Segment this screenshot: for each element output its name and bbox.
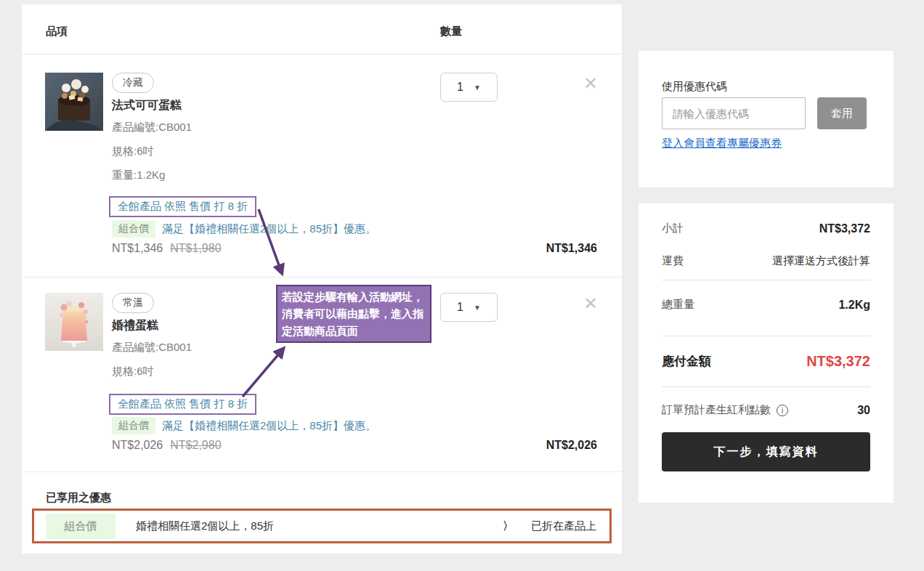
shipping-value: 選擇運送方式後計算 <box>772 254 870 268</box>
chevron-down-icon: ▼ <box>474 304 481 312</box>
applied-promo-text: 婚禮相關任選2個以上，85折 <box>136 519 274 533</box>
divider <box>662 280 870 280</box>
sale-price: NT$2,026 <box>112 439 163 451</box>
product-spec: 規格:6吋 <box>112 145 154 158</box>
tutorial-annotation-callout: 若設定步驟有輸入活動網址，消費者可以藉由點擊，進入指定活動商品頁面 <box>276 285 431 343</box>
coupon-code-input[interactable] <box>662 97 806 129</box>
quantity-select[interactable]: 1 ▼ <box>440 293 498 322</box>
divider <box>662 386 870 387</box>
apply-coupon-button[interactable]: 套用 <box>817 97 867 129</box>
reward-points-value: 30 <box>857 404 870 417</box>
quantity-value: 1 <box>457 301 463 314</box>
applied-promo-row[interactable]: 組合價 婚禮相關任選2個以上，85折 〉 已折在產品上 <box>32 509 612 543</box>
coupon-card: 使用優惠代碼 套用 登入會員查看專屬優惠券 <box>639 51 893 187</box>
chocolate-cake-illustration <box>45 73 103 131</box>
wedding-cake-illustration <box>45 293 103 351</box>
next-step-button[interactable]: 下一步，填寫資料 <box>662 432 870 471</box>
applied-promo-status: 已折在產品上 <box>531 519 596 533</box>
member-coupons-link[interactable]: 登入會員查看專屬優惠券 <box>662 137 782 150</box>
divider <box>22 277 622 278</box>
product-name[interactable]: 法式可可蛋糕 <box>112 98 182 113</box>
order-summary-card: 小計 NT$3,372 運費 選擇運送方式後計算 總重量 1.2Kg 應付金額 … <box>639 203 893 503</box>
remove-item-icon[interactable]: ✕ <box>583 295 598 312</box>
original-price: NT$2,980 <box>170 439 221 451</box>
campaign-discount-link[interactable]: 全館產品 依照 售價 打 8 折 <box>109 196 256 217</box>
total-weight-label: 總重量 <box>662 298 694 312</box>
applied-promos-title: 已享用之優惠 <box>46 491 111 505</box>
original-price: NT$1,980 <box>170 242 221 254</box>
bundle-price-badge: 組合價 <box>112 220 155 238</box>
quantity-value: 1 <box>457 81 463 94</box>
divider <box>22 471 622 472</box>
product-weight: 重量:1.2Kg <box>112 169 165 182</box>
cart-card: 品項 數量 <box>22 4 622 554</box>
product-sku: 產品編號:CB001 <box>112 341 192 355</box>
reward-points-label: 訂單預計產生紅利點數 <box>662 403 771 417</box>
subtotal-value: NT$3,372 <box>819 222 870 235</box>
subtotal-label: 小計 <box>662 222 684 235</box>
product-image-wedding-cake[interactable] <box>45 293 103 351</box>
checkout-page: 品項 數量 <box>0 0 924 571</box>
product-spec: 規格:6吋 <box>112 365 154 378</box>
amount-due-value: NT$3,372 <box>806 353 870 370</box>
bundle-promo-link[interactable]: 滿足【婚禮相關任選2個以上，85折】優惠。 <box>162 419 376 433</box>
product-image-chocolate-cake[interactable] <box>45 73 103 131</box>
bundle-price-badge: 組合價 <box>112 417 155 434</box>
sale-price: NT$1,346 <box>112 242 163 254</box>
coupon-title: 使用優惠代碼 <box>662 80 727 94</box>
chevron-right-icon[interactable]: 〉 <box>503 519 514 533</box>
remove-item-icon[interactable]: ✕ <box>583 75 598 92</box>
product-sku: 產品編號:CB001 <box>112 121 192 134</box>
amount-due-label: 應付金額 <box>662 353 711 370</box>
divider <box>662 336 870 336</box>
line-subtotal: NT$2,026 <box>546 439 597 452</box>
chevron-down-icon: ▼ <box>474 84 481 92</box>
shipping-label: 運費 <box>662 254 684 268</box>
column-header-qty: 數量 <box>440 25 462 39</box>
total-weight-value: 1.2Kg <box>838 299 870 312</box>
divider <box>22 54 622 54</box>
product-name[interactable]: 婚禮蛋糕 <box>112 318 158 333</box>
storage-badge: 常溫 <box>112 293 154 313</box>
column-header-item: 品項 <box>46 25 68 39</box>
info-icon[interactable]: i <box>777 405 788 416</box>
quantity-select[interactable]: 1 ▼ <box>440 73 498 102</box>
bundle-promo-link[interactable]: 滿足【婚禮相關任選2個以上，85折】優惠。 <box>162 222 376 236</box>
campaign-discount-link[interactable]: 全館產品 依照 售價 打 8 折 <box>109 394 256 415</box>
bundle-price-badge: 組合價 <box>46 514 115 539</box>
storage-badge: 冷藏 <box>112 73 154 93</box>
line-subtotal: NT$1,346 <box>546 242 597 255</box>
